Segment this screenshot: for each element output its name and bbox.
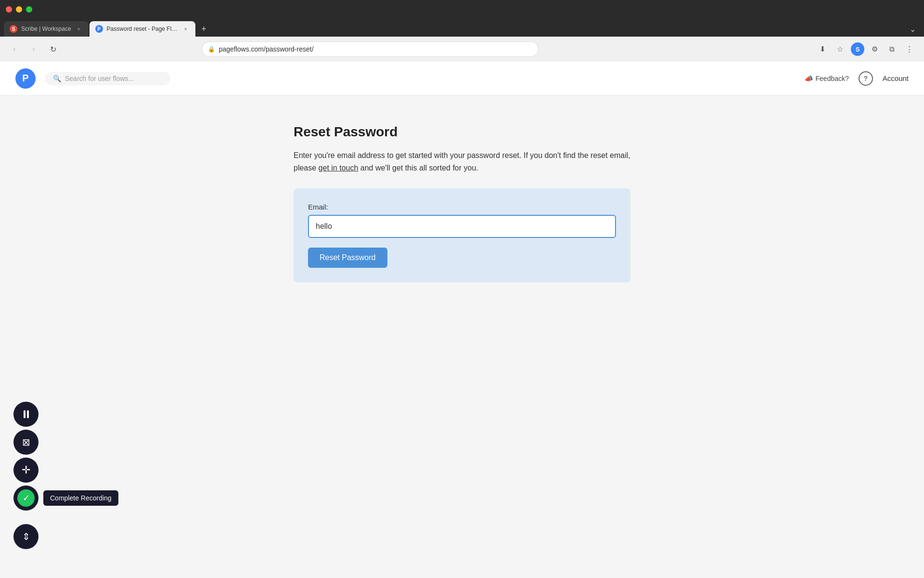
page-title: Reset Password	[294, 124, 630, 140]
bookmark-button[interactable]: ☆	[834, 42, 847, 56]
email-label: Email:	[308, 203, 616, 211]
browser-actions: ⬇ ☆ S ⚙ ⧉ ⋮	[816, 42, 916, 56]
complete-recording-button[interactable]: ✓ Complete Recording	[13, 486, 38, 511]
complete-recording-icon: ✓	[17, 489, 35, 507]
address-bar: ‹ › ↻ 🔒 pageflows.com/password-reset/ ⬇ …	[0, 37, 924, 62]
tab-list-button[interactable]: ⌄	[905, 21, 920, 37]
traffic-maximize[interactable]	[26, 6, 32, 13]
extension1-button[interactable]: ⚙	[868, 42, 882, 56]
pause-button[interactable]	[13, 402, 38, 427]
desc-part2: and we'll get this all sorted for you.	[358, 164, 478, 172]
new-tab-button[interactable]: +	[196, 21, 212, 37]
pageflows-tab-label: Password reset - Page Flows	[107, 26, 178, 32]
help-button[interactable]: ?	[859, 71, 873, 86]
profile-button[interactable]: S	[851, 42, 864, 56]
delete-button[interactable]: ⊠	[13, 430, 38, 455]
menu-button[interactable]: ⋮	[903, 42, 916, 56]
feedback-icon: 📣	[805, 75, 813, 82]
browser-chrome: S Scribe | Workspace × P Password reset …	[0, 0, 924, 62]
email-input[interactable]	[308, 215, 616, 238]
header-right: 📣 Feedback? ? Account	[805, 71, 909, 86]
search-icon: 🔍	[53, 75, 61, 82]
nav-refresh-button[interactable]: ↻	[46, 42, 60, 56]
url-bar[interactable]: 🔒 pageflows.com/password-reset/	[202, 41, 539, 57]
pageflows-logo[interactable]: P	[15, 68, 36, 89]
pageflows-favicon: P	[95, 25, 103, 33]
move-icon: ✛	[22, 464, 30, 476]
x-icon: ⊠	[22, 436, 30, 448]
pageflows-tab-close[interactable]: ×	[182, 25, 190, 33]
page-description: Enter you're email address to get starte…	[294, 149, 630, 174]
get-in-touch-link[interactable]: get in touch	[319, 164, 359, 172]
pause-icon	[24, 410, 29, 418]
download-button[interactable]: ⬇	[816, 42, 830, 56]
feedback-label: Feedback?	[816, 75, 849, 82]
reset-form-box: Email: Reset Password	[294, 188, 630, 282]
url-text: pageflows.com/password-reset/	[219, 45, 314, 53]
scribe-favicon: S	[10, 25, 17, 33]
scribe-tab-label: Scribe | Workspace	[21, 26, 71, 32]
traffic-minimize[interactable]	[16, 6, 22, 13]
floating-toolbar: ⊠ ✛ ✓ Complete Recording	[13, 402, 38, 511]
extension2-button[interactable]: ⧉	[886, 42, 899, 56]
move-button[interactable]: ✛	[13, 458, 38, 483]
tab-pageflows[interactable]: P Password reset - Page Flows ×	[90, 21, 195, 37]
reset-password-button[interactable]: Reset Password	[308, 248, 387, 268]
page-content: P 🔍 Search for user flows... 📣 Feedback?…	[0, 62, 924, 578]
tab-bar: S Scribe | Workspace × P Password reset …	[0, 18, 924, 37]
traffic-close[interactable]	[6, 6, 12, 13]
search-bar[interactable]: 🔍 Search for user flows...	[45, 72, 170, 85]
feedback-button[interactable]: 📣 Feedback?	[805, 75, 849, 82]
nav-forward-button[interactable]: ›	[27, 42, 40, 56]
toolbar-expand-button[interactable]: ⇕	[13, 524, 38, 549]
account-button[interactable]: Account	[883, 74, 909, 82]
lock-icon: 🔒	[208, 46, 215, 53]
expand-icon: ⇕	[22, 531, 30, 542]
title-bar	[0, 0, 924, 18]
checkmark-icon: ✓	[23, 493, 30, 503]
main-content: Reset Password Enter you're email addres…	[0, 95, 924, 578]
nav-back-button[interactable]: ‹	[8, 42, 21, 56]
reset-container: Reset Password Enter you're email addres…	[294, 124, 630, 549]
pageflows-header: P 🔍 Search for user flows... 📣 Feedback?…	[0, 62, 924, 95]
scribe-tab-close[interactable]: ×	[75, 25, 83, 33]
tab-scribe[interactable]: S Scribe | Workspace ×	[4, 21, 89, 37]
search-placeholder: Search for user flows...	[65, 75, 134, 82]
